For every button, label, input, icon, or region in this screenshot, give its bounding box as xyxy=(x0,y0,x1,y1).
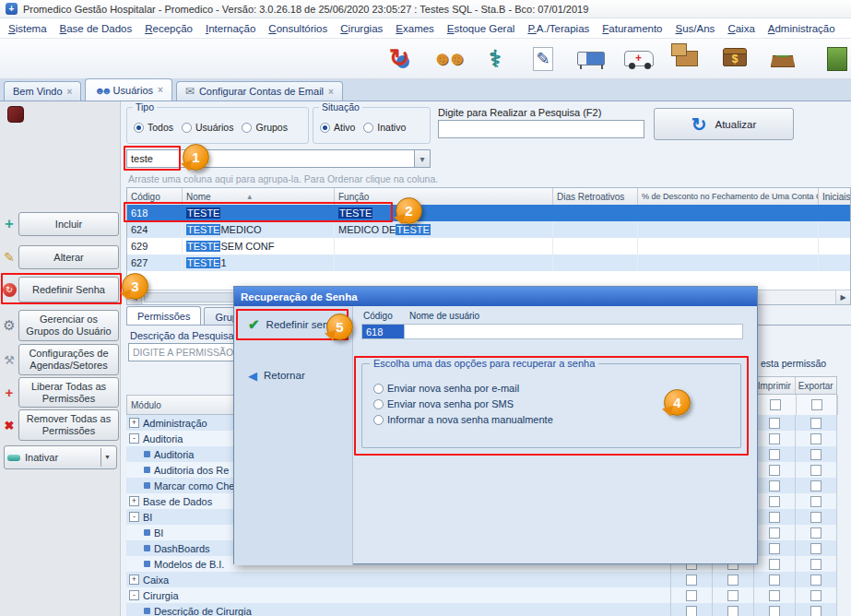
column-header-imprimir[interactable]: Imprimir xyxy=(754,377,796,394)
tree-row-cirurgia[interactable]: -Cirurgia xyxy=(126,587,837,603)
column-header-iniciais[interactable]: Iniciais xyxy=(819,188,850,205)
remover-permissoes-button[interactable]: Remover Todas as Permissões xyxy=(18,409,119,441)
permission-checkbox[interactable] xyxy=(810,418,821,429)
menu-item-internacao[interactable]: Internação xyxy=(199,20,262,37)
menu-item-caixa[interactable]: Caixa xyxy=(721,20,761,37)
permission-checkbox[interactable] xyxy=(810,606,821,616)
select-all-checkbox[interactable] xyxy=(811,399,822,410)
permission-checkbox[interactable] xyxy=(769,606,780,616)
menu-item-base-de-dados[interactable]: Base de Dados xyxy=(53,20,139,37)
permission-checkbox[interactable] xyxy=(727,575,739,586)
menu-item-administracao[interactable]: Administração xyxy=(762,20,842,37)
permission-checkbox[interactable] xyxy=(810,512,821,523)
column-header-codigo[interactable]: Código xyxy=(127,188,183,205)
column-header-funcao[interactable]: Função xyxy=(335,188,553,205)
dialog-title-bar[interactable]: Recuperação de Senha xyxy=(234,287,757,306)
billing-icon[interactable] xyxy=(716,41,753,77)
permission-checkbox[interactable] xyxy=(769,496,780,507)
permission-checkbox[interactable] xyxy=(769,418,780,429)
search-input[interactable] xyxy=(438,120,644,138)
liberar-permissoes-button[interactable]: Liberar Todas as Permissões xyxy=(18,377,119,408)
permission-checkbox[interactable] xyxy=(769,449,780,460)
radio-ativo[interactable]: Ativo xyxy=(320,122,355,133)
menu-item-estoque-geral[interactable]: Estoque Geral xyxy=(441,20,522,37)
radio-enviar-sms[interactable]: Enviar nova senha por SMS xyxy=(373,398,514,409)
permission-checkbox[interactable] xyxy=(769,559,780,570)
bed-icon[interactable] xyxy=(573,41,609,77)
menu-item-sus-ans[interactable]: Sus/Ans xyxy=(669,20,722,37)
tree-expand-icon[interactable]: + xyxy=(129,575,139,585)
menu-item-sistema[interactable]: Sistema xyxy=(2,20,53,37)
permission-checkbox[interactable] xyxy=(769,590,780,601)
filter-combo[interactable]: teste xyxy=(126,149,431,168)
permission-checkbox[interactable] xyxy=(810,590,821,601)
permission-checkbox[interactable] xyxy=(810,496,821,507)
permission-checkbox[interactable] xyxy=(810,465,821,476)
dialog-user-row[interactable]: 618 xyxy=(361,324,743,339)
permission-checkbox[interactable] xyxy=(686,575,697,586)
permission-checkbox[interactable] xyxy=(769,465,780,476)
tree-collapse-icon[interactable]: - xyxy=(129,590,139,600)
permission-checkbox[interactable] xyxy=(810,527,821,539)
tree-row-caixa[interactable]: +Caixa xyxy=(126,572,837,587)
retornar-button[interactable]: Retornar xyxy=(240,363,345,387)
partial-icon[interactable] xyxy=(812,41,849,77)
radio-informar-manual[interactable]: Informar a nova senha manualmente xyxy=(373,414,553,425)
tab-usuarios[interactable]: Usuários × xyxy=(85,78,171,101)
scroll-right-icon[interactable] xyxy=(835,290,850,304)
column-header-nome[interactable]: Nome ▲ xyxy=(183,188,335,205)
permission-checkbox[interactable] xyxy=(769,575,780,586)
ambulance-icon[interactable] xyxy=(621,41,657,77)
menu-item-consultorios[interactable]: Consultórios xyxy=(262,20,334,37)
menu-item-cirurgias[interactable]: Cirurgias xyxy=(334,20,389,37)
tree-collapse-icon[interactable]: - xyxy=(129,512,139,522)
tab-permissoes[interactable]: Permissões xyxy=(126,306,201,326)
permission-checkbox[interactable] xyxy=(769,512,780,523)
permission-checkbox[interactable] xyxy=(810,449,821,460)
tab-configurar-contas-email[interactable]: Configurar Contas de Email × xyxy=(176,81,343,101)
menu-item-pa-terapias[interactable]: P.A./Terapias xyxy=(521,20,596,37)
sync-icon[interactable] xyxy=(381,41,418,77)
radio-todos[interactable]: Todos xyxy=(134,122,173,133)
close-icon[interactable]: × xyxy=(328,87,334,97)
menu-item-exames[interactable]: Exames xyxy=(389,20,441,37)
permission-checkbox[interactable] xyxy=(769,480,780,492)
permission-checkbox[interactable] xyxy=(810,480,821,492)
permission-checkbox[interactable] xyxy=(727,606,739,616)
permission-checkbox[interactable] xyxy=(769,543,780,554)
permission-checkbox[interactable] xyxy=(686,606,697,616)
permission-checkbox[interactable] xyxy=(769,527,780,539)
table-row-624[interactable]: 624 TESTE MEDICO MEDICO DE TESTE xyxy=(127,221,850,238)
incluir-button[interactable]: Incluir xyxy=(18,212,119,236)
atualizar-button[interactable]: Atualizar xyxy=(654,108,794,140)
inativar-button[interactable]: Inativar xyxy=(4,445,117,469)
tab-bem-vindo[interactable]: Bem Vindo × xyxy=(4,81,81,101)
market-icon[interactable] xyxy=(764,41,801,77)
records-icon[interactable] xyxy=(525,41,561,77)
stock-icon[interactable] xyxy=(668,41,705,77)
permission-checkbox[interactable] xyxy=(810,559,821,570)
tree-expand-icon[interactable]: + xyxy=(129,418,139,428)
chevron-down-icon[interactable] xyxy=(100,448,113,467)
redefinir-senha-button[interactable]: Redefinir Senha xyxy=(18,277,119,302)
column-header-desconto[interactable]: % de Desconto no Fechamento de Uma Conta… xyxy=(638,188,819,205)
close-icon[interactable]: × xyxy=(158,85,163,95)
permission-checkbox[interactable] xyxy=(810,575,821,586)
close-icon[interactable]: × xyxy=(67,87,73,97)
table-row-629[interactable]: 629 TESTE SEM CONF xyxy=(127,238,850,255)
radio-enviar-email[interactable]: Enviar nova senha por e-mail xyxy=(373,383,519,394)
configuracoes-agendas-button[interactable]: Configurações de Agendas/Setores xyxy=(18,344,119,375)
radio-grupos[interactable]: Grupos xyxy=(242,122,287,133)
column-header-exportar[interactable]: Exportar xyxy=(796,377,836,394)
combo-arrow-icon[interactable] xyxy=(414,150,430,167)
radio-inativo[interactable]: Inativo xyxy=(363,122,406,133)
tree-row-descricao-cirurgia[interactable]: Descrição de Cirurgia xyxy=(126,603,837,616)
table-row-627[interactable]: 627 TESTE1 xyxy=(127,255,850,271)
permission-checkbox[interactable] xyxy=(769,433,780,444)
gerenciar-grupos-button[interactable]: Gerenciar os Grupos do Usuário xyxy=(18,310,119,341)
select-all-checkbox[interactable] xyxy=(770,399,781,410)
column-header-dias-retroativos[interactable]: Dias Retroativos xyxy=(553,188,638,205)
permission-checkbox[interactable] xyxy=(810,543,821,554)
permission-checkbox[interactable] xyxy=(686,590,697,601)
radio-usuarios[interactable]: Usuários xyxy=(182,122,233,133)
